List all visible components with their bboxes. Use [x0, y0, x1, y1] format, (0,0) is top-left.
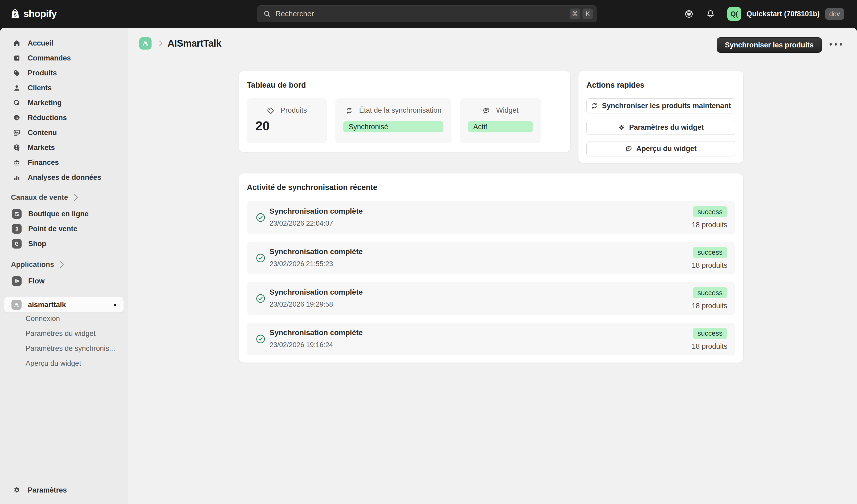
svg-text:S: S	[14, 13, 17, 17]
stat-widget: Widget Actif	[460, 98, 541, 143]
tag-icon	[13, 69, 21, 77]
app-sheet: Accueil Commandes Produits Clients Marke…	[0, 28, 857, 504]
sync-icon	[345, 106, 353, 115]
sidebar-subitem-sync-settings[interactable]: Paramètres de synchronis...	[26, 341, 124, 356]
activity-row-title: Synchronisation complète	[269, 207, 363, 216]
sidebar-item-finances[interactable]: Finances	[3, 155, 125, 170]
main-content: AISmartTalk Synchroniser les produits Ta…	[128, 28, 857, 504]
store-menu[interactable]: Q( Quickstart (70f8101b) dev	[727, 7, 844, 21]
search-icon	[263, 10, 271, 18]
activity-row: Synchronisation complète 23/02/2026 22:0…	[247, 201, 735, 234]
page-header: AISmartTalk Synchroniser les produits	[128, 28, 857, 59]
svg-text:$: $	[17, 148, 19, 152]
activity-row-detail: 18 produits	[692, 302, 727, 310]
sync-products-button[interactable]: Synchroniser les produits	[717, 37, 822, 53]
activity-row-detail: 18 produits	[692, 261, 727, 270]
sync-now-button[interactable]: Synchroniser les produits maintenant	[586, 98, 735, 113]
gear-icon	[618, 123, 625, 131]
stat-sync-status: État de la synchronisation Synchronisé	[335, 98, 451, 143]
shopify-wordmark: shopify	[23, 8, 57, 19]
sidebar-section-sales-channels[interactable]: Canaux de vente	[11, 191, 77, 203]
check-circle-icon	[256, 293, 266, 303]
bar-chart-icon	[13, 173, 21, 181]
widget-preview-button[interactable]: Aperçu du widget	[586, 141, 735, 156]
more-actions-button[interactable]	[827, 40, 845, 48]
status-badge: success	[693, 247, 727, 258]
sidebar-subitem-connexion[interactable]: Connexion	[26, 311, 124, 326]
sidebar-item-discounts[interactable]: Réductions	[3, 110, 125, 125]
breadcrumb: AISmartTalk	[139, 28, 221, 59]
shopify-logo[interactable]: S shopify	[10, 0, 57, 28]
stat-label: Widget	[496, 106, 519, 115]
activity-row-detail: 18 produits	[692, 221, 727, 229]
stat-products: Produits 20	[247, 98, 327, 143]
gear-icon	[13, 486, 21, 494]
dashboard-card: Tableau de bord Produits 20 État de la s…	[239, 71, 570, 152]
sidebar-item-aismarttalk[interactable]: aismarttalk	[4, 297, 123, 313]
chat-bubble-icon	[482, 106, 490, 115]
search-input[interactable]: Rechercher ⌘ K	[257, 5, 597, 22]
sidebar-item-products[interactable]: Produits	[3, 66, 125, 81]
activity-row: Synchronisation complète 23/02/2026 19:2…	[247, 282, 735, 315]
sidebar: Accueil Commandes Produits Clients Marke…	[0, 28, 128, 504]
quick-actions-title: Actions rapides	[586, 81, 644, 89]
sidebar-section-apps[interactable]: Applications	[11, 259, 63, 270]
sidebar-item-marketing[interactable]: Marketing	[3, 95, 125, 110]
activity-row-timestamp: 23/02/2026 22:04:07	[269, 219, 333, 228]
store-avatar: Q(	[727, 7, 741, 21]
chevron-right-icon	[71, 194, 78, 201]
home-icon	[13, 39, 21, 47]
quick-actions-card: Actions rapides Synchroniser les produit…	[578, 71, 743, 163]
activity-row: Synchronisation complète 23/02/2026 19:1…	[247, 323, 735, 355]
stat-label: Produits	[281, 106, 307, 115]
sidebar-divider	[7, 294, 121, 294]
aismarttalk-app-icon	[139, 37, 152, 50]
sync-icon	[591, 102, 598, 110]
shop-channel-icon	[12, 239, 21, 249]
orders-icon	[13, 54, 21, 62]
sidebar-item-settings[interactable]: Paramètres	[3, 483, 125, 498]
sidebar-item-pos[interactable]: S Point de vente	[3, 221, 125, 236]
sidebar-item-shop[interactable]: Shop	[3, 236, 125, 251]
sidebar-item-customers[interactable]: Clients	[3, 81, 125, 95]
sidebar-item-online-store[interactable]: Boutique en ligne	[3, 206, 125, 221]
activity-row-title: Synchronisation complète	[269, 288, 363, 297]
dev-preview-icon[interactable]	[684, 9, 694, 19]
k-key: K	[583, 9, 593, 19]
unread-dot	[114, 304, 116, 306]
chat-bubble-icon	[625, 145, 633, 152]
store-name: Quickstart (70f8101b)	[746, 10, 820, 18]
online-store-icon	[12, 209, 21, 219]
content-icon	[13, 129, 21, 137]
sidebar-item-home[interactable]: Accueil	[3, 36, 125, 51]
aismarttalk-app-icon	[12, 300, 21, 310]
status-badge: success	[693, 287, 727, 298]
discount-icon	[13, 114, 21, 122]
activity-row-timestamp: 23/02/2026 19:29:58	[269, 300, 333, 308]
sidebar-subitem-widget-settings[interactable]: Paramètres du widget	[26, 326, 124, 341]
check-circle-icon	[256, 253, 266, 263]
check-circle-icon	[256, 213, 266, 222]
page-title: AISmartTalk	[168, 38, 221, 49]
sidebar-item-orders[interactable]: Commandes	[3, 51, 125, 66]
topbar-right: Q( Quickstart (70f8101b) dev	[684, 0, 844, 28]
activity-card: Activité de synchronisation récente Sync…	[239, 173, 743, 363]
svg-text:S: S	[16, 228, 18, 230]
tag-icon	[267, 106, 274, 115]
notifications-bell-icon[interactable]	[706, 9, 715, 18]
sidebar-item-analytics[interactable]: Analyses de données	[3, 170, 125, 185]
sidebar-item-markets[interactable]: $ Markets	[3, 140, 125, 155]
sidebar-subitem-widget-preview[interactable]: Aperçu du widget	[26, 356, 124, 371]
widget-settings-button[interactable]: Paramètres du widget	[586, 120, 735, 135]
stat-label: État de la synchronisation	[359, 106, 441, 115]
activity-row-title: Synchronisation complète	[269, 329, 363, 337]
sidebar-item-flow[interactable]: Flow	[3, 273, 125, 288]
marketing-icon	[13, 99, 21, 107]
pos-icon: S	[12, 224, 21, 234]
activity-row-timestamp: 23/02/2026 19:16:24	[269, 341, 333, 349]
shopify-bag-icon: S	[10, 8, 21, 19]
status-badge: success	[693, 206, 727, 217]
sidebar-item-content[interactable]: Contenu	[3, 125, 125, 140]
sync-status-badge: Synchronisé	[343, 121, 443, 132]
activity-row-title: Synchronisation complète	[269, 248, 363, 256]
